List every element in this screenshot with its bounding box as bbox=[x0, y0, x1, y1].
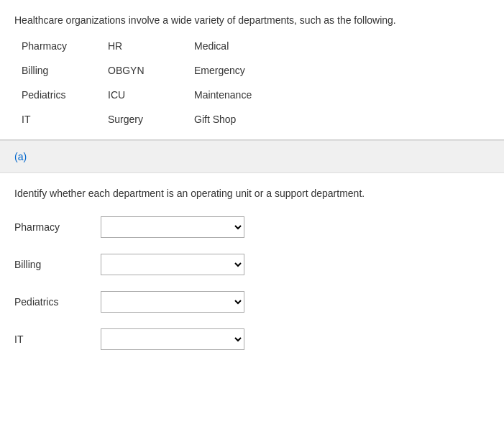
dept-giftshop: Gift Shop bbox=[194, 114, 309, 125]
dept-icu: ICU bbox=[108, 89, 194, 101]
intro-text: Healthcare organizations involve a wide … bbox=[14, 14, 490, 26]
dept-pharmacy: Pharmacy bbox=[22, 40, 108, 52]
dept-surgery: Surgery bbox=[108, 114, 194, 125]
it-row: IT Operating Unit Support Department bbox=[14, 328, 490, 350]
pediatrics-select[interactable]: Operating Unit Support Department bbox=[101, 291, 244, 313]
dept-billing: Billing bbox=[22, 65, 108, 76]
pediatrics-row: Pediatrics Operating Unit Support Depart… bbox=[14, 291, 490, 313]
it-select[interactable]: Operating Unit Support Department bbox=[101, 328, 244, 350]
pediatrics-label: Pediatrics bbox=[14, 296, 101, 308]
dept-medical: Medical bbox=[194, 40, 309, 52]
dept-maintenance: Maintenance bbox=[194, 89, 309, 101]
billing-row: Billing Operating Unit Support Departmen… bbox=[14, 254, 490, 275]
dept-obgyn: OBGYN bbox=[108, 65, 194, 76]
dept-it: IT bbox=[22, 114, 108, 125]
top-section: Healthcare organizations involve a wide … bbox=[0, 0, 504, 140]
departments-grid: Pharmacy HR Medical Billing OBGYN Emerge… bbox=[14, 40, 490, 125]
it-label: IT bbox=[14, 333, 101, 345]
bottom-section: Identify whether each department is an o… bbox=[0, 173, 504, 380]
section-a-label: (a) bbox=[0, 140, 504, 173]
dept-pediatrics: Pediatrics bbox=[22, 89, 108, 101]
dept-emergency: Emergency bbox=[194, 65, 309, 76]
pharmacy-row: Pharmacy Operating Unit Support Departme… bbox=[14, 216, 490, 238]
instruction-text: Identify whether each department is an o… bbox=[14, 188, 490, 199]
pharmacy-select[interactable]: Operating Unit Support Department bbox=[101, 216, 244, 238]
dept-hr: HR bbox=[108, 40, 194, 52]
billing-select[interactable]: Operating Unit Support Department bbox=[101, 254, 244, 275]
section-a-text: (a) bbox=[14, 151, 27, 162]
pharmacy-label: Pharmacy bbox=[14, 221, 101, 233]
billing-label: Billing bbox=[14, 259, 101, 270]
